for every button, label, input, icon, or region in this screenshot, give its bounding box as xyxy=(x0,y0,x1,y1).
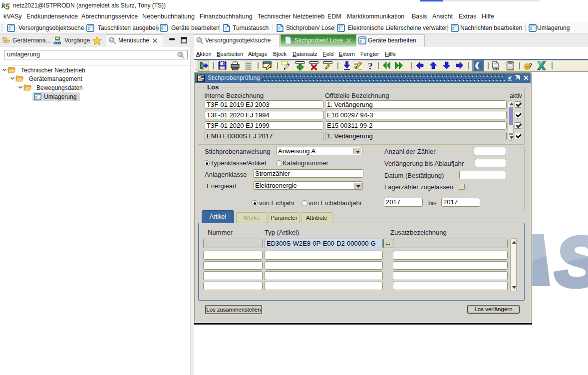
svg-text:5: 5 xyxy=(5,2,10,11)
svg-text:S: S xyxy=(555,223,588,301)
svg-text:?: ? xyxy=(368,61,373,71)
svg-text:?: ? xyxy=(529,61,533,69)
